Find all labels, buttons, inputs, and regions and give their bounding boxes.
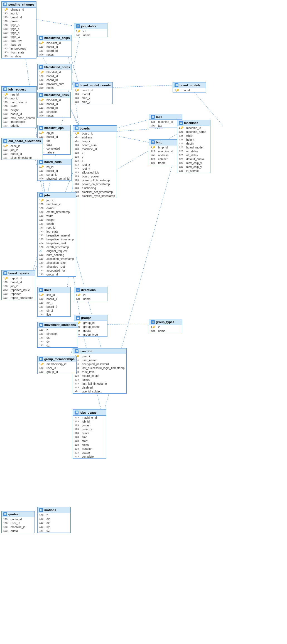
table-label-old_board_allocations: old_board_allocations — [8, 139, 41, 143]
table-quotas[interactable]: ⊞quotas123quota_id123user_id123machine_i… — [1, 511, 35, 533]
table-groups[interactable]: ⊞groups1🔑group_idabcgroup_name123quota12… — [74, 315, 107, 337]
table-header-quotas: ⊞quotas — [2, 511, 35, 517]
field-name-groups-group_id: group_id — [83, 321, 95, 325]
field-row-old_board_allocations-job_id: 123job_id — [2, 148, 43, 152]
field-badge-board_models-model: 1🔑 — [175, 89, 181, 92]
field-badge-boards-root_x: 123 — [75, 163, 81, 166]
field-badge-bmp-bmp_id: 1🔑 — [151, 146, 157, 149]
table-board_models[interactable]: ⊞board_models1🔑model — [173, 82, 206, 92]
table-icon-old_board_allocations: ⊞ — [3, 139, 7, 143]
field-row-board_serial-physical_serial_id: abcphysical_serial_id — [38, 177, 71, 180]
field-row-old_board_allocations-board_id: 123board_id — [2, 152, 43, 156]
field-row-blacklisted_links-notes: abcnotes — [38, 114, 70, 118]
field-badge-tags-tag: abc — [151, 124, 157, 127]
field-badge-group_types-id: 1🔑 — [151, 326, 157, 328]
table-blacklisted_cores[interactable]: ⊞blacklisted_cores1🔑blacklist_id123board… — [37, 64, 72, 90]
table-job_states[interactable]: ⊞job_states1🔑idabcname — [74, 23, 107, 37]
field-name-quotas-quota_id: quota_id — [11, 518, 22, 521]
field-row-quotas-quota_id: 123quota_id — [2, 517, 35, 521]
field-name-user_info-user_id: user_id — [82, 355, 91, 358]
field-row-jobs-height: 123height — [38, 218, 76, 222]
field-badge-old_board_allocations-board_id: 123 — [3, 152, 9, 155]
svg-line-7 — [106, 85, 178, 88]
field-name-old_board_allocations-alloc_id: alloc_id — [11, 144, 21, 148]
table-user_info[interactable]: ⊞user_info1🔑user_idabcuser_nameabcencryp… — [73, 348, 127, 394]
field-badge-boards-power_on_timestamp: 123 — [75, 183, 81, 186]
field-row-board_model_coords-coord_id: 1🔑coord_id — [73, 88, 112, 92]
field-name-blacklisted_cores-coord_id: coord_id — [46, 78, 58, 82]
table-blacklisted_links[interactable]: ⊞blacklisted_links1🔑blacklist_id123board… — [37, 92, 71, 118]
field-name-job_request-board_id: board_id — [11, 112, 22, 116]
field-badge-machines-default_quota: 123 — [179, 158, 185, 160]
table-header-blacklisted_links: ⊞blacklisted_links — [38, 92, 70, 98]
field-badge-jobs_usage-quota: 123 — [75, 432, 81, 435]
table-header-blacklisted_cores: ⊞blacklisted_cores — [38, 64, 72, 70]
field-row-board_models-model: 1🔑model — [173, 88, 206, 92]
field-name-jobs_usage-usage: usage — [82, 451, 90, 454]
table-blacklisted_chips[interactable]: ⊞blacklisted_chips1🔑blacklist_id123board… — [37, 35, 72, 57]
table-motions[interactable]: ⊞motions123z123dir123dx123dy123dz — [37, 507, 71, 533]
field-name-jobs-owner: owner — [46, 206, 55, 210]
field-row-job_request-job_id: 123job_id — [2, 96, 36, 100]
field-badge-blacklisted_links-coord_id: 123 — [39, 106, 45, 109]
table-icon-movement_directions: ⊞ — [39, 323, 43, 327]
table-pending_changes[interactable]: ⊞pending_changes1🔑change_id123job_id123b… — [1, 1, 36, 58]
field-badge-boards-board_id: 1🔑 — [75, 132, 81, 135]
table-machines[interactable]: ⊞machines1🔑machine_idabcmachine_name123w… — [177, 120, 210, 173]
table-icon-quotas: ⊞ — [3, 512, 7, 516]
table-label-bmp: bmp — [156, 141, 162, 144]
field-row-machines-height: 123height — [177, 138, 210, 142]
field-name-boards-allocated_job: allocated_job — [82, 171, 99, 174]
field-badge-motions-dy: 123 — [39, 525, 45, 528]
field-badge-user_info-last_fail_timestamp: 123 — [75, 382, 81, 385]
field-name-quotas-quota: quota — [11, 529, 18, 533]
table-jobs[interactable]: ⊞jobs1🔑job_id123machine_id123owner123cre… — [37, 192, 76, 277]
field-badge-machines-on_delay: 123 — [179, 150, 185, 153]
table-movement_directions[interactable]: ⊞movement_directions123z123direction123d… — [37, 322, 78, 348]
table-board_model_coords[interactable]: ⊞board_model_coords1🔑coord_id123model123… — [73, 82, 113, 104]
field-badge-bmp-frame: 123 — [151, 162, 157, 164]
table-old_board_allocations[interactable]: ⊞old_board_allocations1🔑alloc_id123job_i… — [1, 138, 43, 160]
field-name-board_reports-report_timestamp: report_timestamp — [11, 296, 33, 299]
table-boards[interactable]: ⊞boards1🔑board_idabcaddressabcbmp_id123b… — [73, 125, 117, 198]
table-job_request[interactable]: ⊞job_request1🔑req_id123job_id123num_boar… — [1, 86, 37, 128]
field-badge-job_states-name: abc — [76, 34, 82, 36]
field-row-boards-root_y: 123root_y — [73, 167, 117, 170]
field-badge-board_serial-bs_id: 1🔑 — [39, 165, 45, 168]
field-row-jobs_usage-group_id: 123group_id — [73, 427, 106, 431]
table-icon-machines: ⊞ — [179, 121, 183, 125]
field-row-jobs-machine_id: 123machine_id — [38, 202, 76, 206]
field-name-boards-root_y: root_y — [82, 167, 90, 170]
field-row-boards-bmp_id: abcbmp_id — [73, 139, 117, 143]
field-row-links-dir_1: 123dir_1 — [38, 301, 70, 305]
field-row-machines-depth: 123depth — [177, 142, 210, 145]
field-badge-quotas-quota_id: 123 — [3, 518, 9, 521]
field-row-jobs-num_pending: 123num_pending — [38, 253, 76, 257]
field-name-jobs-allocated_root: allocated_root — [46, 265, 65, 268]
field-row-boards-x: 123x — [73, 151, 117, 155]
field-name-machines-machine_name: machine_name — [186, 130, 206, 133]
table-board_reports[interactable]: ⊞board_reports1🔑report_id123board_id123j… — [1, 270, 35, 300]
field-row-user_info-user_id: 1🔑user_id — [73, 354, 126, 358]
table-links[interactable]: ⊞links1🔑link_id123board_1123dir_1123boar… — [37, 287, 71, 317]
field-badge-jobs-allocated_root: 123 — [39, 265, 45, 268]
table-group_memberships[interactable]: ⊞group_memberships1🔑membership_id123user… — [37, 356, 77, 374]
field-name-blacklist_ops-op: op — [46, 139, 50, 142]
field-badge-bmp-address: abc — [151, 154, 157, 157]
field-badge-jobs-death_timestamp: 123 — [39, 246, 45, 248]
table-jobs_usage[interactable]: ⊞jobs_usage123machine_id123job_id123owne… — [73, 409, 106, 459]
field-badge-blacklisted_chips-board_id: 123 — [39, 45, 45, 48]
field-badge-user_info-locked: 123 — [75, 378, 81, 381]
field-name-jobs-keepalive_host: keepalive_host — [46, 242, 66, 245]
table-board_serial[interactable]: ⊞board_serial1🔑bs_id123board_id123serial… — [37, 159, 72, 181]
field-badge-machines-machine_name: abc — [179, 130, 185, 133]
table-group_types[interactable]: ⊞group_types1🔑idabcname — [149, 319, 182, 333]
field-name-machines-in_service: in_service — [186, 169, 199, 172]
field-badge-jobs-depth: 123 — [39, 222, 45, 225]
table-directions[interactable]: ⊞directions1🔑idabcname — [74, 287, 107, 301]
field-badge-boards-machine_id: 123 — [75, 148, 81, 150]
field-row-quotas-machine_id: 123machine_id — [2, 525, 35, 529]
field-badge-jobs-original_request: 🔗 — [39, 250, 45, 252]
field-name-jobs-job_id: job_id — [46, 199, 54, 202]
field-badge-blacklisted_links-board_id: 123 — [39, 103, 45, 105]
